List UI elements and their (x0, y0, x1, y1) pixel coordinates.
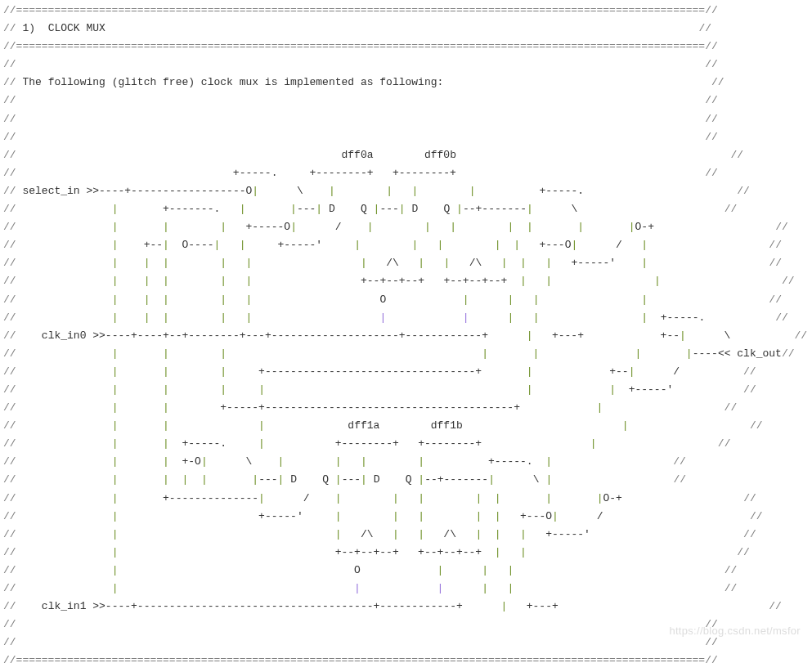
ascii-diagram: //======================================… (0, 0, 812, 663)
section-number: 1) (22, 22, 35, 34)
block-dff1a: dff1a (348, 419, 379, 432)
block-dff0a: dff0a (341, 149, 373, 161)
watermark: https://blog.csdn.net/msfor (669, 622, 801, 640)
block-dff0b: dff0b (424, 149, 456, 161)
clk-out-label: clk_out (737, 347, 782, 360)
section-title: CLOCK MUX (48, 22, 105, 34)
clk-in0-label: clk_in0 (42, 329, 87, 342)
block-dff1b: dff1b (431, 419, 463, 432)
description-text: The following (glitch free) clock mux is… (22, 76, 443, 88)
clk-in1-label: clk_in1 (42, 600, 87, 612)
select-in-label: select_in (22, 185, 79, 197)
